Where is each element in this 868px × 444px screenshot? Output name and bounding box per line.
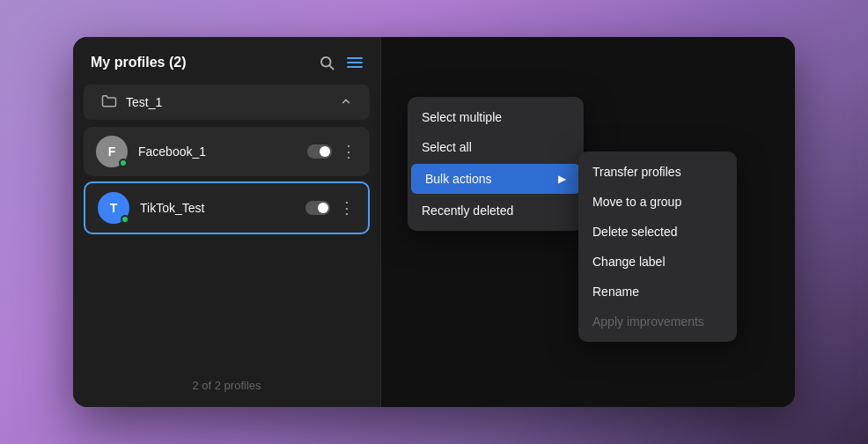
- menu-item-transfer-profiles[interactable]: Transfer profiles: [578, 157, 737, 187]
- menu-item-change-label[interactable]: Change label: [578, 247, 737, 277]
- profile-right-facebook: ⋮: [307, 144, 357, 159]
- avatar-status-dot-tiktok: [121, 215, 129, 224]
- toggle-tiktok[interactable]: [305, 201, 330, 215]
- profile-name-tiktok: TikTok_Test: [140, 201, 204, 215]
- profile-item-left: F Facebook_1: [96, 136, 206, 167]
- panel-footer: 2 of 2 profiles: [73, 363, 380, 407]
- avatar-facebook: F: [96, 136, 128, 167]
- menu-item-bulk-actions[interactable]: Bulk actions ▶: [411, 164, 580, 194]
- left-panel: My profiles (2): [73, 37, 381, 407]
- profile-item-left-tiktok: T TikTok_Test: [98, 192, 204, 224]
- avatar-status-dot: [119, 159, 128, 167]
- primary-dropdown-menu: Select multiple Select all Bulk actions …: [408, 97, 584, 231]
- menu-item-rename[interactable]: Rename: [578, 277, 737, 307]
- profile-item-facebook[interactable]: F Facebook_1 ⋮: [84, 127, 370, 176]
- panel-header: My profiles (2): [73, 37, 380, 85]
- profile-item-tiktok[interactable]: T TikTok_Test ⋮: [84, 181, 370, 234]
- toggle-facebook[interactable]: [307, 144, 332, 159]
- profile-name-facebook: Facebook_1: [138, 144, 206, 159]
- menu-item-apply-improvements: Apply improvements: [578, 307, 737, 337]
- menu-item-select-multiple[interactable]: Select multiple: [408, 102, 584, 132]
- more-options-tiktok[interactable]: ⋮: [339, 200, 356, 216]
- svg-line-1: [329, 65, 333, 69]
- profiles-count: 2 of 2 profiles: [192, 379, 261, 392]
- menu-item-recently-deleted[interactable]: Recently deleted: [408, 196, 584, 226]
- panel-title: My profiles (2): [91, 55, 186, 70]
- profile-list: F Facebook_1 ⋮ T TikTok_Test: [73, 127, 380, 234]
- menu-item-select-all[interactable]: Select all: [408, 132, 584, 162]
- hamburger-menu-icon[interactable]: [347, 57, 363, 68]
- profile-right-tiktok: ⋮: [305, 200, 356, 216]
- folder-icon: [101, 93, 117, 111]
- more-options-facebook[interactable]: ⋮: [341, 144, 357, 159]
- secondary-dropdown-menu: Transfer profiles Move to a group Delete…: [578, 152, 737, 342]
- chevron-up-icon[interactable]: [340, 95, 352, 110]
- app-window: My profiles (2): [73, 37, 795, 407]
- menu-item-delete-selected[interactable]: Delete selected: [578, 217, 737, 247]
- search-icon[interactable]: [319, 55, 335, 70]
- group-left: Test_1: [101, 93, 162, 111]
- header-icons: [319, 55, 363, 70]
- menu-item-move-to-group[interactable]: Move to a group: [578, 187, 737, 217]
- group-row[interactable]: Test_1: [84, 85, 370, 120]
- avatar-tiktok: T: [98, 192, 129, 224]
- group-name: Test_1: [126, 95, 162, 109]
- chevron-right-icon: ▶: [558, 173, 566, 185]
